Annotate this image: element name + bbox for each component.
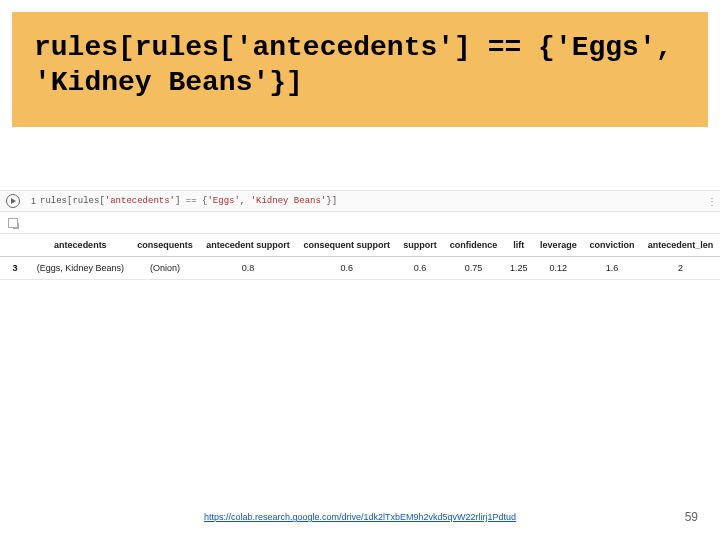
cell-ant-support: 0.8: [199, 257, 296, 280]
cell-consequents: (Onion): [131, 257, 200, 280]
play-icon: [6, 194, 20, 208]
output-table: antecedents consequents antecedent suppo…: [0, 234, 720, 280]
slide-title: rules[rules['antecedents'] == {'Eggs', '…: [34, 30, 686, 100]
colab-link[interactable]: https://colab.research.google.com/drive/…: [204, 512, 516, 522]
notebook: 1 rules[rules['antecedents'] == {'Eggs',…: [0, 190, 720, 280]
output-icon[interactable]: [0, 218, 26, 228]
col-consequents: consequents: [131, 234, 200, 257]
col-confidence: confidence: [443, 234, 504, 257]
cell-support: 0.6: [397, 257, 443, 280]
col-ant-len: antecedent_len: [641, 234, 720, 257]
col-support: support: [397, 234, 443, 257]
cell-index: 3: [0, 257, 30, 280]
col-antecedents: antecedents: [30, 234, 131, 257]
cell-confidence: 0.75: [443, 257, 504, 280]
col-conviction: conviction: [583, 234, 641, 257]
output-bar: [0, 212, 720, 234]
cell-leverage: 0.12: [534, 257, 583, 280]
footer-link: https://colab.research.google.com/drive/…: [0, 512, 720, 522]
run-button[interactable]: [0, 194, 26, 208]
cell-antecedents: (Eggs, Kidney Beans): [30, 257, 131, 280]
col-leverage: leverage: [534, 234, 583, 257]
cell-menu-icon[interactable]: ⋮: [702, 196, 720, 207]
cell-con-support: 0.6: [297, 257, 397, 280]
cell-lift: 1.25: [504, 257, 534, 280]
col-ant-support: antecedent support: [199, 234, 296, 257]
slide: rules[rules['antecedents'] == {'Eggs', '…: [0, 0, 720, 540]
cell-ant-len: 2: [641, 257, 720, 280]
col-con-support: consequent support: [297, 234, 397, 257]
table-header: antecedents consequents antecedent suppo…: [0, 234, 720, 257]
title-block: rules[rules['antecedents'] == {'Eggs', '…: [12, 12, 708, 127]
code-cell: 1 rules[rules['antecedents'] == {'Eggs',…: [0, 190, 720, 212]
cell-conviction: 1.6: [583, 257, 641, 280]
col-lift: lift: [504, 234, 534, 257]
cell-number: 1: [26, 196, 40, 206]
col-index: [0, 234, 30, 257]
page-number: 59: [685, 510, 698, 524]
cell-code[interactable]: rules[rules['antecedents'] == {'Eggs', '…: [40, 196, 702, 206]
table-row: 3 (Eggs, Kidney Beans) (Onion) 0.8 0.6 0…: [0, 257, 720, 280]
